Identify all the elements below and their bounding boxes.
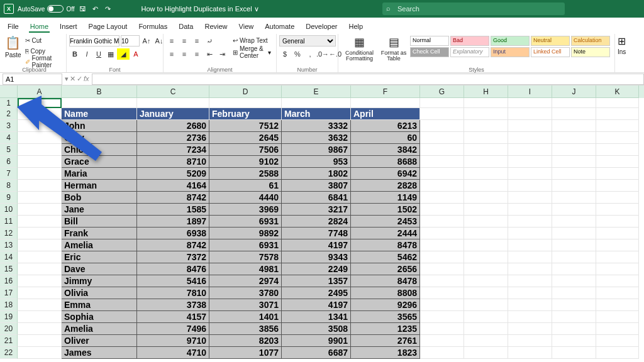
cell-K22[interactable]	[596, 347, 639, 359]
cell-J19[interactable]	[552, 311, 596, 323]
row-header-6[interactable]: 6	[0, 156, 18, 168]
cell-G12[interactable]	[420, 228, 464, 239]
cell-E5[interactable]: 9867	[282, 144, 351, 156]
cell-K21[interactable]	[596, 335, 639, 347]
save-icon[interactable]: 🖫	[79, 4, 87, 13]
cell-A20[interactable]	[18, 323, 62, 335]
align-middle-button[interactable]: ≡	[179, 35, 190, 47]
col-header-F[interactable]: F	[351, 85, 420, 98]
cell-J21[interactable]	[552, 335, 596, 347]
cell-C11[interactable]: 1897	[137, 216, 209, 228]
row-header-15[interactable]: 15	[0, 263, 18, 275]
cell-H21[interactable]	[464, 335, 508, 347]
cell-D11[interactable]: 6931	[209, 216, 282, 228]
cell-J2[interactable]	[552, 108, 596, 120]
cell-D14[interactable]: 7578	[209, 251, 282, 263]
percent-button[interactable]: %	[292, 48, 303, 60]
cell-F7[interactable]: 6942	[351, 168, 420, 180]
redo-icon[interactable]: ↷	[104, 4, 113, 13]
cell-C13[interactable]: 8742	[137, 239, 209, 251]
cell-J1[interactable]	[552, 98, 596, 108]
comma-button[interactable]: ,	[304, 48, 316, 60]
number-format-select[interactable]: General	[279, 35, 336, 47]
cell-B18[interactable]: Emma	[62, 299, 137, 311]
namebox-chevron-icon[interactable]: ▾	[65, 75, 69, 83]
cell-F19[interactable]: 3565	[351, 311, 420, 323]
cell-K3[interactable]	[596, 120, 639, 132]
style-bad[interactable]: Bad	[450, 36, 489, 46]
cell-H4[interactable]	[464, 132, 508, 144]
cell-D9[interactable]: 4440	[209, 192, 282, 204]
cell-C19[interactable]: 4157	[137, 311, 209, 323]
row-header-21[interactable]: 21	[0, 335, 18, 347]
cell-F6[interactable]: 8688	[351, 156, 420, 168]
tab-formulas[interactable]: Formulas	[137, 20, 169, 33]
search-input[interactable]	[382, 3, 565, 15]
cell-D1[interactable]	[209, 98, 282, 108]
cell-D19[interactable]: 1401	[209, 311, 282, 323]
cell-I4[interactable]	[508, 132, 552, 144]
cell-G2[interactable]	[420, 108, 464, 120]
cell-I6[interactable]	[508, 156, 552, 168]
conditional-formatting-button[interactable]: ▦ Conditional Formatting	[341, 35, 378, 62]
cell-K12[interactable]	[596, 228, 639, 239]
cell-C4[interactable]: 2736	[137, 132, 209, 144]
cell-E6[interactable]: 953	[282, 156, 351, 168]
cell-A8[interactable]	[18, 180, 62, 192]
cell-K14[interactable]	[596, 251, 639, 263]
col-header-D[interactable]: D	[209, 85, 282, 98]
cell-H1[interactable]	[464, 98, 508, 108]
cell-B15[interactable]: Dave	[62, 263, 137, 275]
cell-K16[interactable]	[596, 275, 639, 287]
cell-A14[interactable]	[18, 251, 62, 263]
cell-K13[interactable]	[596, 239, 639, 251]
row-header-13[interactable]: 13	[0, 239, 18, 251]
cell-B1[interactable]	[62, 98, 137, 108]
col-header-E[interactable]: E	[282, 85, 351, 98]
cell-E11[interactable]: 2824	[282, 216, 351, 228]
cell-F1[interactable]	[351, 98, 420, 108]
cell-E15[interactable]: 2249	[282, 263, 351, 275]
cell-K9[interactable]	[596, 192, 639, 204]
style-good[interactable]: Good	[491, 36, 530, 46]
cell-C21[interactable]: 9710	[137, 335, 209, 347]
cell-A11[interactable]	[18, 216, 62, 228]
cell-C18[interactable]: 3738	[137, 299, 209, 311]
cell-K20[interactable]	[596, 323, 639, 335]
cell-B14[interactable]: Eric	[62, 251, 137, 263]
cell-C16[interactable]: 5416	[137, 275, 209, 287]
insert-cells-button[interactable]: ⊞ Ins	[618, 35, 626, 55]
cell-E19[interactable]: 1341	[282, 311, 351, 323]
cell-B8[interactable]: Herman	[62, 180, 137, 192]
cell-I7[interactable]	[508, 168, 552, 180]
grid[interactable]: NameJanuaryFebruaryMarchAprilJohn2680751…	[18, 98, 639, 359]
row-header-17[interactable]: 17	[0, 287, 18, 299]
cell-E20[interactable]: 3508	[282, 323, 351, 335]
cell-H19[interactable]	[464, 311, 508, 323]
cell-K2[interactable]	[596, 108, 639, 120]
row-header-1[interactable]: 1	[0, 98, 18, 108]
align-left-button[interactable]: ≡	[166, 48, 177, 60]
cell-B4[interactable]: Gary	[62, 132, 137, 144]
cell-J10[interactable]	[552, 204, 596, 216]
cell-G19[interactable]	[420, 311, 464, 323]
style-linked-cell[interactable]: Linked Cell	[531, 47, 570, 57]
cell-I17[interactable]	[508, 287, 552, 299]
cell-D2[interactable]: February	[209, 108, 282, 120]
row-header-4[interactable]: 4	[0, 132, 18, 144]
cell-F2[interactable]: April	[351, 108, 420, 120]
cell-A16[interactable]	[18, 275, 62, 287]
cell-I10[interactable]	[508, 204, 552, 216]
cell-E18[interactable]: 4197	[282, 299, 351, 311]
format-painter-button[interactable]: ✐Format Painter	[24, 57, 62, 67]
cell-B7[interactable]: Maria	[62, 168, 137, 180]
cell-K10[interactable]	[596, 204, 639, 216]
col-header-J[interactable]: J	[552, 85, 596, 98]
cell-F22[interactable]: 1823	[351, 347, 420, 359]
orientation-button[interactable]: ⤾	[204, 35, 215, 47]
cell-D3[interactable]: 7512	[209, 120, 282, 132]
border-button[interactable]: ▦	[105, 48, 116, 60]
cell-H6[interactable]	[464, 156, 508, 168]
cell-G11[interactable]	[420, 216, 464, 228]
cell-F12[interactable]: 2444	[351, 228, 420, 239]
